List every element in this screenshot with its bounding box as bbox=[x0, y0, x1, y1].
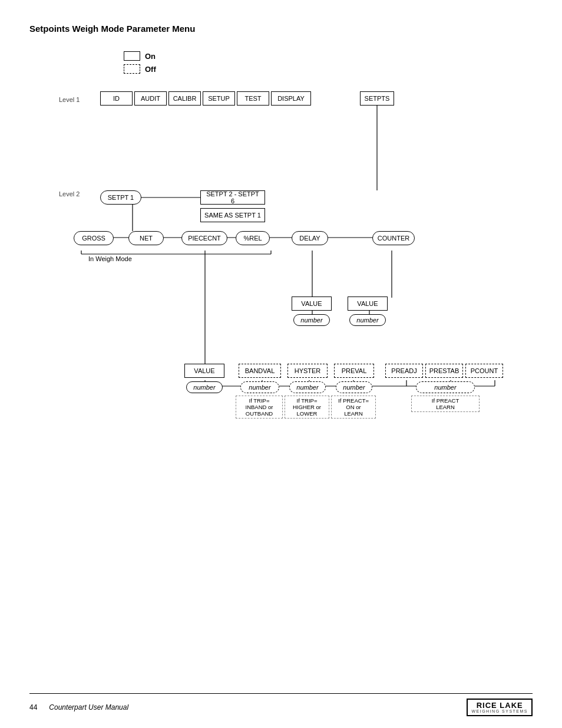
node-bandval-number: number bbox=[240, 381, 279, 393]
footer-page: 44 bbox=[29, 703, 37, 711]
node-same-as-setpt1: SAME AS SETPT 1 bbox=[200, 208, 265, 222]
node-piececnt: PIECECNT bbox=[181, 231, 227, 245]
diagram-lines bbox=[41, 85, 548, 498]
legend-on-label: On bbox=[145, 52, 156, 61]
legend-on-box bbox=[124, 51, 140, 61]
level2-label: Level 2 bbox=[59, 190, 80, 197]
node-pcount: PCOUNT bbox=[465, 364, 503, 378]
node-preval: PREVAL bbox=[334, 364, 374, 378]
footer-title: Counterpart User Manual bbox=[49, 703, 128, 711]
legend-on: On bbox=[124, 51, 533, 61]
bandval-condition: If TRIP=INBAND orOUTBAND bbox=[236, 396, 283, 419]
logo-weighing-systems: WEIGHING SYSTEMS bbox=[471, 709, 528, 713]
node-setup: SETUP bbox=[203, 91, 235, 106]
node-delay-number: number bbox=[293, 314, 330, 326]
node-id: ID bbox=[100, 91, 133, 106]
node-bottom-number: number bbox=[186, 381, 223, 393]
level1-label: Level 1 bbox=[59, 96, 80, 103]
node-counter-value: VALUE bbox=[348, 297, 388, 311]
preact-condition: If PREACTLEARN bbox=[411, 396, 480, 412]
node-pctrel: %REL bbox=[236, 231, 270, 245]
node-setpts: SETPTS bbox=[360, 91, 394, 106]
node-counter: COUNTER bbox=[372, 231, 415, 245]
node-hyster-number: number bbox=[289, 381, 326, 393]
legend-off-box bbox=[124, 64, 140, 74]
node-preval-number: number bbox=[336, 381, 372, 393]
page-title: Setpoints Weigh Mode Parameter Menu bbox=[29, 24, 533, 34]
page: Setpoints Weigh Mode Parameter Menu On O… bbox=[0, 0, 562, 728]
footer-left: 44 Counterpart User Manual bbox=[29, 703, 128, 711]
footer: 44 Counterpart User Manual RICE LAKE WEI… bbox=[29, 693, 533, 716]
node-display: DISPLAY bbox=[271, 91, 311, 106]
node-preadj-number: number bbox=[416, 381, 475, 393]
node-prestab: PRESTAB bbox=[425, 364, 463, 378]
diagram: Level 1 ID AUDIT CALIBR SETUP TEST DISPL… bbox=[41, 85, 548, 498]
legend-off-label: Off bbox=[145, 65, 156, 74]
node-setpt1: SETPT 1 bbox=[100, 190, 141, 205]
legend-off: Off bbox=[124, 64, 533, 74]
node-setpt2-6: SETPT 2 - SETPT 6 bbox=[200, 190, 265, 205]
node-preadj: PREADJ bbox=[385, 364, 423, 378]
node-audit: AUDIT bbox=[134, 91, 167, 106]
node-hyster: HYSTER bbox=[287, 364, 328, 378]
node-bandval: BANDVAL bbox=[239, 364, 281, 378]
node-net: NET bbox=[128, 231, 164, 245]
logo-container: RICE LAKE WEIGHING SYSTEMS bbox=[467, 699, 533, 716]
hyster-condition: If TRIP=HIGHER orLOWER bbox=[285, 396, 329, 419]
preval-condition: If PREACT=ON orLEARN bbox=[331, 396, 376, 419]
node-gross: GROSS bbox=[74, 231, 114, 245]
logo-box: RICE LAKE WEIGHING SYSTEMS bbox=[467, 699, 533, 716]
node-bottom-value: VALUE bbox=[184, 364, 224, 378]
node-test: TEST bbox=[237, 91, 269, 106]
node-delay-value: VALUE bbox=[292, 297, 332, 311]
legend: On Off bbox=[124, 51, 533, 74]
logo-rice-lake: RICE LAKE bbox=[477, 701, 523, 709]
node-counter-number: number bbox=[349, 314, 386, 326]
node-delay: DELAY bbox=[292, 231, 328, 245]
node-calibr: CALIBR bbox=[168, 91, 201, 106]
weigh-mode-label: In Weigh Mode bbox=[88, 255, 132, 262]
